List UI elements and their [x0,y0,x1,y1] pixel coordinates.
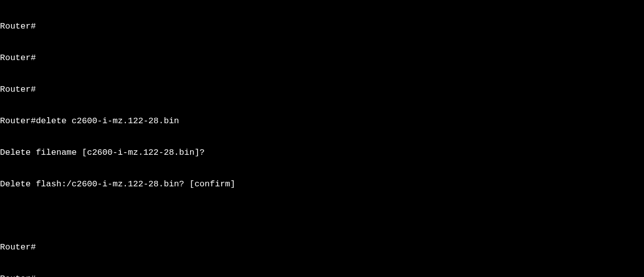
terminal-line [0,210,644,221]
terminal-line: Router# [0,84,644,95]
terminal-line: Router# [0,53,644,63]
terminal-line: Router# [0,273,644,277]
terminal-output[interactable]: Router# Router# Router# Router#delete c2… [0,0,644,277]
terminal-line: Router# [0,21,644,32]
terminal-line: Router# [0,242,644,252]
terminal-line: Router#delete c2600-i-mz.122-28.bin [0,116,644,126]
terminal-line: Delete flash:/c2600-i-mz.122-28.bin? [co… [0,179,644,189]
terminal-line: Delete filename [c2600-i-mz.122-28.bin]? [0,147,644,158]
